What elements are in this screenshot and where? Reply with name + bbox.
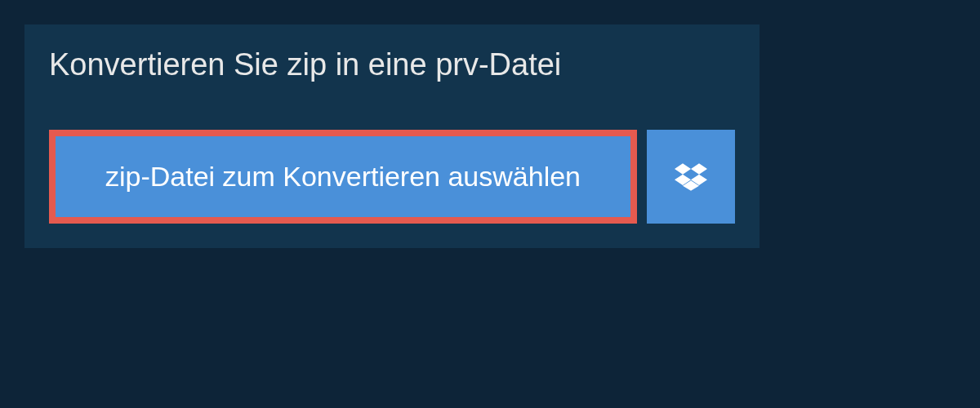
dropbox-button[interactable] <box>647 130 735 224</box>
dropbox-icon <box>675 161 707 193</box>
converter-panel: Konvertieren Sie zip in eine prv-Datei z… <box>24 24 760 248</box>
page-title: Konvertieren Sie zip in eine prv-Datei <box>49 47 588 82</box>
select-file-button[interactable]: zip-Datei zum Konvertieren auswählen <box>49 130 637 224</box>
select-file-label: zip-Datei zum Konvertieren auswählen <box>105 161 581 193</box>
button-row: zip-Datei zum Konvertieren auswählen <box>24 130 760 224</box>
panel-header: Konvertieren Sie zip in eine prv-Datei <box>24 24 612 105</box>
